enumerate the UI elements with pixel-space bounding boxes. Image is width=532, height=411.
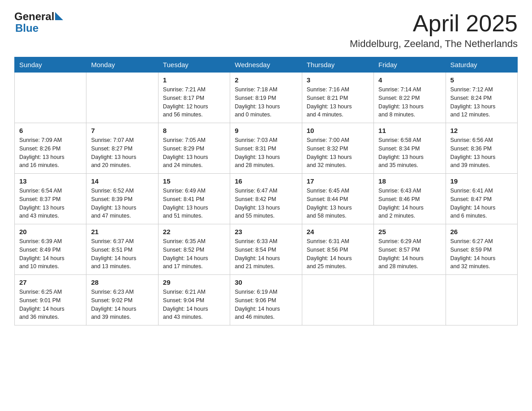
calendar-cell: 8Sunrise: 7:05 AMSunset: 8:29 PMDaylight…: [158, 123, 230, 174]
day-info: Sunrise: 6:37 AMSunset: 8:51 PMDaylight:…: [91, 237, 153, 271]
day-of-week-header: Sunday: [15, 57, 86, 73]
calendar-cell: 28Sunrise: 6:23 AMSunset: 9:02 PMDayligh…: [86, 275, 158, 325]
day-number: 9: [235, 127, 297, 134]
day-number: 13: [19, 177, 82, 185]
calendar-cell: 13Sunrise: 6:54 AMSunset: 8:37 PMDayligh…: [15, 174, 86, 224]
day-info: Sunrise: 6:27 AMSunset: 8:59 PMDaylight:…: [450, 237, 513, 271]
calendar-cell: 27Sunrise: 6:25 AMSunset: 9:01 PMDayligh…: [15, 275, 86, 325]
day-number: 29: [163, 278, 225, 286]
day-info: Sunrise: 6:19 AMSunset: 9:06 PMDaylight:…: [235, 288, 297, 321]
day-number: 18: [378, 177, 441, 185]
day-number: 14: [91, 177, 153, 185]
day-info: Sunrise: 6:35 AMSunset: 8:52 PMDaylight:…: [163, 237, 225, 271]
day-number: 17: [307, 177, 369, 185]
calendar-cell: 26Sunrise: 6:27 AMSunset: 8:59 PMDayligh…: [446, 224, 517, 275]
calendar-header-row: SundayMondayTuesdayWednesdayThursdayFrid…: [15, 57, 518, 73]
day-of-week-header: Thursday: [302, 57, 373, 73]
day-info: Sunrise: 6:29 AMSunset: 8:57 PMDaylight:…: [378, 237, 441, 271]
calendar-week-row: 20Sunrise: 6:39 AMSunset: 8:49 PMDayligh…: [15, 224, 518, 275]
logo-blue-text: Blue: [15, 22, 39, 34]
day-number: 7: [91, 127, 153, 134]
calendar-cell: 29Sunrise: 6:21 AMSunset: 9:04 PMDayligh…: [158, 275, 230, 325]
svg-marker-0: [55, 12, 63, 20]
day-info: Sunrise: 7:14 AMSunset: 8:22 PMDaylight:…: [378, 86, 441, 119]
calendar-cell: 2Sunrise: 7:18 AMSunset: 8:19 PMDaylight…: [230, 73, 302, 123]
calendar-cell: 17Sunrise: 6:45 AMSunset: 8:44 PMDayligh…: [302, 174, 373, 224]
day-number: 28: [91, 278, 153, 286]
day-info: Sunrise: 6:58 AMSunset: 8:34 PMDaylight:…: [378, 136, 441, 170]
calendar-cell: 22Sunrise: 6:35 AMSunset: 8:52 PMDayligh…: [158, 224, 230, 275]
day-of-week-header: Wednesday: [230, 57, 302, 73]
logo-general-text: General: [14, 11, 54, 22]
day-number: 24: [307, 228, 369, 235]
day-info: Sunrise: 7:05 AMSunset: 8:29 PMDaylight:…: [163, 136, 225, 170]
logo: General Blue: [14, 11, 63, 34]
day-info: Sunrise: 6:54 AMSunset: 8:37 PMDaylight:…: [19, 187, 82, 220]
calendar-cell: 11Sunrise: 6:58 AMSunset: 8:34 PMDayligh…: [374, 123, 446, 174]
day-info: Sunrise: 6:33 AMSunset: 8:54 PMDaylight:…: [235, 237, 297, 271]
calendar-cell: 4Sunrise: 7:14 AMSunset: 8:22 PMDaylight…: [374, 73, 446, 123]
calendar-week-row: 6Sunrise: 7:09 AMSunset: 8:26 PMDaylight…: [15, 123, 518, 174]
day-info: Sunrise: 6:31 AMSunset: 8:56 PMDaylight:…: [307, 237, 369, 271]
calendar-cell: 23Sunrise: 6:33 AMSunset: 8:54 PMDayligh…: [230, 224, 302, 275]
calendar-cell: 30Sunrise: 6:19 AMSunset: 9:06 PMDayligh…: [230, 275, 302, 325]
day-info: Sunrise: 6:43 AMSunset: 8:46 PMDaylight:…: [378, 187, 441, 220]
day-info: Sunrise: 7:16 AMSunset: 8:21 PMDaylight:…: [307, 86, 369, 119]
day-number: 30: [235, 278, 297, 286]
calendar-cell: 5Sunrise: 7:12 AMSunset: 8:24 PMDaylight…: [446, 73, 517, 123]
day-info: Sunrise: 6:41 AMSunset: 8:47 PMDaylight:…: [450, 187, 513, 220]
day-number: 16: [235, 177, 297, 185]
calendar-cell: [15, 73, 86, 123]
calendar-cell: 25Sunrise: 6:29 AMSunset: 8:57 PMDayligh…: [374, 224, 446, 275]
day-number: 3: [307, 76, 369, 84]
day-number: 12: [450, 127, 513, 134]
day-info: Sunrise: 7:07 AMSunset: 8:27 PMDaylight:…: [91, 136, 153, 170]
logo-arrow-icon: [55, 12, 63, 20]
day-number: 21: [91, 228, 153, 235]
day-number: 11: [378, 127, 441, 134]
calendar-cell: 19Sunrise: 6:41 AMSunset: 8:47 PMDayligh…: [446, 174, 517, 224]
calendar-cell: [302, 275, 373, 325]
calendar-cell: 9Sunrise: 7:03 AMSunset: 8:31 PMDaylight…: [230, 123, 302, 174]
day-number: 19: [450, 177, 513, 185]
title-block: April 2025 Middelburg, Zeeland, The Neth…: [350, 11, 518, 50]
calendar-cell: 20Sunrise: 6:39 AMSunset: 8:49 PMDayligh…: [15, 224, 86, 275]
day-info: Sunrise: 6:47 AMSunset: 8:42 PMDaylight:…: [235, 187, 297, 220]
day-number: 26: [450, 228, 513, 235]
day-number: 5: [450, 76, 513, 84]
calendar-cell: [86, 73, 158, 123]
page-header: General Blue April 2025 Middelburg, Zeel…: [14, 11, 518, 50]
calendar-cell: 7Sunrise: 7:07 AMSunset: 8:27 PMDaylight…: [86, 123, 158, 174]
day-number: 8: [163, 127, 225, 134]
calendar-cell: 6Sunrise: 7:09 AMSunset: 8:26 PMDaylight…: [15, 123, 86, 174]
day-number: 20: [19, 228, 82, 235]
day-info: Sunrise: 7:21 AMSunset: 8:17 PMDaylight:…: [163, 86, 225, 119]
calendar-cell: 10Sunrise: 7:00 AMSunset: 8:32 PMDayligh…: [302, 123, 373, 174]
calendar-cell: 18Sunrise: 6:43 AMSunset: 8:46 PMDayligh…: [374, 174, 446, 224]
calendar-cell: 1Sunrise: 7:21 AMSunset: 8:17 PMDaylight…: [158, 73, 230, 123]
day-info: Sunrise: 7:03 AMSunset: 8:31 PMDaylight:…: [235, 136, 297, 170]
calendar-week-row: 27Sunrise: 6:25 AMSunset: 9:01 PMDayligh…: [15, 275, 518, 325]
calendar-week-row: 1Sunrise: 7:21 AMSunset: 8:17 PMDaylight…: [15, 73, 518, 123]
day-number: 22: [163, 228, 225, 235]
day-info: Sunrise: 6:23 AMSunset: 9:02 PMDaylight:…: [91, 288, 153, 321]
day-number: 15: [163, 177, 225, 185]
day-of-week-header: Saturday: [446, 57, 517, 73]
day-info: Sunrise: 6:49 AMSunset: 8:41 PMDaylight:…: [163, 187, 225, 220]
day-of-week-header: Tuesday: [158, 57, 230, 73]
day-number: 25: [378, 228, 441, 235]
day-number: 27: [19, 278, 82, 286]
calendar-table: SundayMondayTuesdayWednesdayThursdayFrid…: [14, 57, 518, 325]
day-info: Sunrise: 7:18 AMSunset: 8:19 PMDaylight:…: [235, 86, 297, 119]
day-number: 10: [307, 127, 369, 134]
day-info: Sunrise: 7:12 AMSunset: 8:24 PMDaylight:…: [450, 86, 513, 119]
calendar-cell: 15Sunrise: 6:49 AMSunset: 8:41 PMDayligh…: [158, 174, 230, 224]
day-number: 6: [19, 127, 82, 134]
calendar-cell: [446, 275, 517, 325]
day-info: Sunrise: 7:00 AMSunset: 8:32 PMDaylight:…: [307, 136, 369, 170]
calendar-cell: [374, 275, 446, 325]
location-subtitle: Middelburg, Zeeland, The Netherlands: [350, 38, 518, 50]
day-info: Sunrise: 6:45 AMSunset: 8:44 PMDaylight:…: [307, 187, 369, 220]
day-info: Sunrise: 6:39 AMSunset: 8:49 PMDaylight:…: [19, 237, 82, 271]
page-title: April 2025: [350, 11, 518, 36]
